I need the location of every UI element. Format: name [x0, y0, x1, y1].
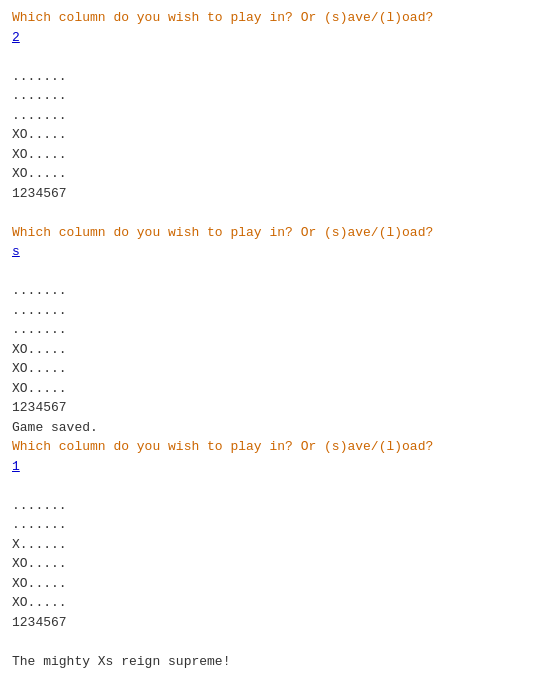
prompt-1: Which column do you wish to play in? Or … — [12, 8, 545, 28]
board-2-row-5: XO..... — [12, 359, 545, 379]
final-message: The mighty Xs reign supreme! — [12, 652, 545, 672]
board-1-row-2: ....... — [12, 86, 545, 106]
prompt-3: Which column do you wish to play in? Or … — [12, 437, 545, 457]
section-3: ....... ....... X...... XO..... XO..... … — [12, 496, 545, 633]
prompt-2: Which column do you wish to play in? Or … — [12, 223, 545, 243]
board-2-row-6: XO..... — [12, 379, 545, 399]
input-3: 1 — [12, 457, 545, 477]
board-2-row-2: ....... — [12, 301, 545, 321]
input-1: 2 — [12, 28, 545, 48]
board-1-row-7: 1234567 — [12, 184, 545, 204]
board-1-row-4: XO..... — [12, 125, 545, 145]
section-1: Which column do you wish to play in? Or … — [12, 8, 545, 203]
board-3-row-1: ....... — [12, 496, 545, 516]
board-1-row-1: ....... — [12, 67, 545, 87]
input-2: s — [12, 242, 545, 262]
board-2-row-7: 1234567 — [12, 398, 545, 418]
board-2-row-3: ....... — [12, 320, 545, 340]
board-2-row-4: XO..... — [12, 340, 545, 360]
terminal-output: Which column do you wish to play in? Or … — [12, 8, 545, 671]
board-3-row-7: 1234567 — [12, 613, 545, 633]
board-1-row-3: ....... — [12, 106, 545, 126]
board-1-row-6: XO..... — [12, 164, 545, 184]
board-3-row-3: X...... — [12, 535, 545, 555]
board-1-row-5: XO..... — [12, 145, 545, 165]
board-3-row-6: XO..... — [12, 593, 545, 613]
board-2-row-1: ....... — [12, 281, 545, 301]
board-3-row-4: XO..... — [12, 554, 545, 574]
section-2: Which column do you wish to play in? Or … — [12, 223, 545, 477]
board-3-row-5: XO..... — [12, 574, 545, 594]
status-2: Game saved. — [12, 418, 545, 438]
board-3-row-2: ....... — [12, 515, 545, 535]
